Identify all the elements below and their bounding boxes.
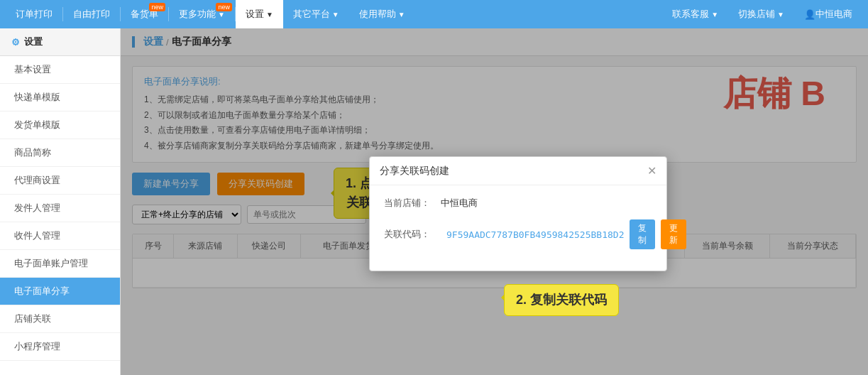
sidebar-item-receiver[interactable]: 收件人管理 bbox=[0, 222, 120, 250]
more-func-badge: new bbox=[216, 3, 232, 11]
stock-list-badge: new bbox=[149, 3, 165, 11]
main-layout: ⚙ 设置 基本设置 快递单模版 发货单模版 商品简称 代理商设置 发件人管理 收… bbox=[0, 28, 868, 375]
refresh-button[interactable]: 更新 bbox=[661, 219, 686, 249]
copy-button[interactable]: 复制 bbox=[630, 219, 655, 249]
nav-settings[interactable]: 设置 ▼ bbox=[236, 0, 283, 28]
sidebar-item-miniapp[interactable]: 小程序管理 bbox=[0, 333, 120, 361]
top-nav: 订单打印 自由打印 备货单 new 更多功能 new ▼ 设置 ▼ 其它平台 ▼… bbox=[0, 0, 868, 28]
nav-other-platforms[interactable]: 其它平台 ▼ bbox=[283, 0, 349, 28]
sidebar-item-basic[interactable]: 基本设置 bbox=[0, 56, 120, 84]
sidebar-item-agent[interactable]: 代理商设置 bbox=[0, 167, 120, 195]
modal-title: 分享关联码创建 bbox=[380, 165, 449, 178]
sidebar-item-eface-account[interactable]: 电子面单账户管理 bbox=[0, 250, 120, 278]
more-func-arrow: ▼ bbox=[218, 11, 225, 18]
sidebar-item-shop-link[interactable]: 店铺关联 bbox=[0, 305, 120, 333]
nav-free-print[interactable]: 自由打印 bbox=[63, 0, 120, 28]
modal-shop-label: 当前店铺： bbox=[384, 197, 441, 210]
user-icon: 👤 bbox=[804, 9, 815, 20]
nav-switch-shop[interactable]: 切换店铺 ▼ bbox=[728, 0, 794, 28]
gear-icon: ⚙ bbox=[11, 37, 20, 48]
nav-contact[interactable]: 联系客服 ▼ bbox=[662, 0, 728, 28]
callout-2: 2. 复制关联代码 bbox=[504, 284, 619, 316]
nav-order-print[interactable]: 订单打印 bbox=[6, 0, 62, 28]
sidebar-item-eface-share[interactable]: 电子面单分享 bbox=[0, 278, 120, 305]
nav-right: 联系客服 ▼ 切换店铺 ▼ 👤 中恒电商 bbox=[662, 0, 862, 28]
nav-user[interactable]: 👤 中恒电商 bbox=[794, 0, 862, 28]
modal-shop-row: 当前店铺： 中恒电商 bbox=[384, 197, 652, 210]
modal-dialog: 分享关联码创建 ✕ 当前店铺： 中恒电商 关联代码： 9F59AADC7787B… bbox=[369, 156, 667, 271]
sidebar-item-express[interactable]: 快递单模版 bbox=[0, 84, 120, 112]
modal-body: 当前店铺： 中恒电商 关联代码： 9F59AADC7787B0FB4959842… bbox=[370, 185, 666, 271]
modal-close-button[interactable]: ✕ bbox=[647, 164, 657, 178]
sidebar-item-delivery[interactable]: 发货单模版 bbox=[0, 112, 120, 139]
help-arrow: ▼ bbox=[398, 11, 405, 18]
modal-header: 分享关联码创建 ✕ bbox=[370, 157, 666, 185]
sidebar: ⚙ 设置 基本设置 快递单模版 发货单模版 商品简称 代理商设置 发件人管理 收… bbox=[0, 28, 121, 375]
nav-more-func[interactable]: 更多功能 new ▼ bbox=[169, 0, 235, 28]
sidebar-item-product-alias[interactable]: 商品简称 bbox=[0, 139, 120, 167]
other-platforms-arrow: ▼ bbox=[332, 11, 339, 18]
modal-code-value: 9F59AADC7787B0FB4959842525BB18D2 bbox=[446, 229, 624, 240]
nav-stock-list[interactable]: 备货单 new bbox=[121, 0, 168, 28]
modal-code-row: 关联代码： 9F59AADC7787B0FB4959842525BB18D2 复… bbox=[384, 219, 652, 249]
sidebar-header: ⚙ 设置 bbox=[0, 28, 120, 56]
sidebar-item-sender[interactable]: 发件人管理 bbox=[0, 195, 120, 222]
nav-help[interactable]: 使用帮助 ▼ bbox=[349, 0, 415, 28]
modal-overlay: 分享关联码创建 ✕ 当前店铺： 中恒电商 关联代码： 9F59AADC7787B… bbox=[121, 28, 868, 375]
content-area: 设置 / 电子面单分享 店铺 B 电子面单分享说明: 1、无需绑定店铺，即可将菜… bbox=[121, 28, 868, 375]
settings-arrow: ▼ bbox=[266, 11, 273, 18]
modal-shop-value: 中恒电商 bbox=[441, 197, 478, 210]
modal-code-label: 关联代码： bbox=[384, 228, 441, 241]
